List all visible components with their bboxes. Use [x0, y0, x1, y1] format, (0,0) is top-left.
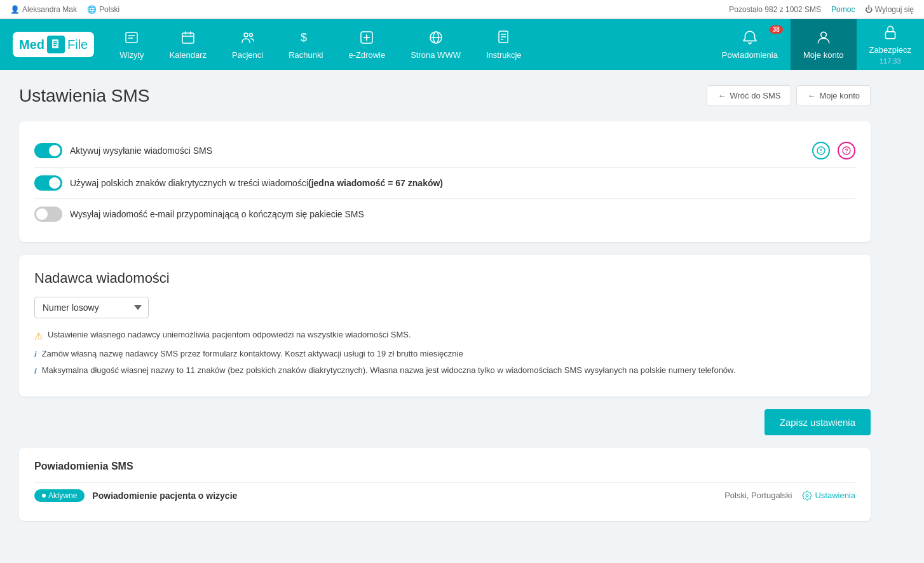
toggle-1-left: Aktywuj wysyłanie wiadomości SMS [34, 143, 212, 158]
back-arrow-icon2: ← [807, 91, 815, 100]
instrukcje-icon [496, 30, 512, 48]
toggle-row-1: Aktywuj wysyłanie wiadomości SMS ? [34, 137, 855, 165]
wizyty-icon [124, 30, 139, 48]
nav-strona-www[interactable]: Strona WWW [398, 19, 473, 70]
nav-ezdrowie[interactable]: e-Zdrowie [336, 19, 398, 70]
nav-moje-konto-label: Moje konto [803, 50, 844, 60]
active-badge: Aktywne [34, 489, 85, 502]
strona-www-icon [428, 30, 444, 48]
logo-file: File [67, 37, 88, 52]
svg-point-24 [820, 32, 826, 37]
nav-pacjenci-label: Pacjenci [232, 50, 263, 60]
save-row: Zapisz ustawienia [19, 409, 871, 435]
toggle-2-label-bold: (jedna wiadomość = 67 znaków) [308, 178, 443, 188]
user-icon: 👤 [10, 5, 20, 14]
nav-ezdrowie-label: e-Zdrowie [348, 50, 385, 60]
sender-title: Nadawca wiadomości [34, 270, 855, 287]
active-dot [42, 494, 46, 498]
toggle-1-icons: ? [812, 142, 855, 159]
nav-pacjenci[interactable]: Pacjenci [219, 19, 276, 70]
toggle-2-left: Używaj polskich znaków diakrytycznych w … [34, 175, 443, 191]
logo-med: Med [19, 37, 44, 52]
svg-point-12 [249, 33, 252, 36]
save-button[interactable]: Zapisz ustawienia [764, 409, 871, 435]
page-title: Ustawienia SMS [19, 86, 149, 106]
active-label: Aktywne [48, 491, 77, 500]
info-time-icon[interactable] [812, 142, 830, 159]
divider-1 [34, 167, 855, 168]
back-arrow-icon: ← [717, 91, 726, 100]
notification-right: Polski, Portugalski Ustawienia [724, 491, 855, 501]
toggle-2[interactable] [34, 175, 62, 191]
nav-strona-www-label: Strona WWW [411, 50, 461, 60]
help-icon[interactable]: ? [838, 142, 855, 159]
page-header: Ustawienia SMS ← Wróć do SMS ← Moje kont… [19, 85, 871, 106]
user-menu[interactable]: 👤 Aleksandra Mak [10, 5, 77, 14]
main-nav: Med File Wizyty Kalendarz [0, 19, 924, 70]
lock-icon [882, 24, 899, 43]
toggle-2-label-start: Używaj polskich znaków diakrytycznych w … [70, 178, 308, 188]
notification-badge: 38 [770, 25, 783, 34]
toggle-row-3: Wysyłaj wiadomość e-mail przypominającą … [34, 201, 855, 227]
notification-langs: Polski, Portugalski [724, 491, 792, 500]
nav-zabezpiecz-label: Zabezpiecz [869, 45, 911, 55]
nav-powiadomienia-label: Powiadomienia [722, 50, 778, 60]
toggle-1[interactable] [34, 143, 62, 158]
sms-remaining: Pozostało 982 z 1002 SMS [729, 5, 821, 14]
language-menu[interactable]: 🌐 Polski [87, 5, 119, 14]
main-content: Ustawienia SMS ← Wróć do SMS ← Moje kont… [0, 70, 890, 536]
toggles-card: Aktywuj wysyłanie wiadomości SMS ? Używa… [19, 121, 871, 242]
nav-kalendarz[interactable]: Kalendarz [157, 19, 220, 70]
sender-info2: i Maksymalna długość własnej nazwy to 11… [34, 364, 855, 377]
top-bar-right: Pozostało 982 z 1002 SMS Pomoc ⏻ Wyloguj… [729, 5, 914, 14]
svg-point-31 [806, 494, 808, 497]
nav-wizyty-label: Wizyty [119, 50, 144, 60]
nav-moje-konto[interactable]: Moje konto [791, 19, 857, 70]
nav-instrukcje[interactable]: Instrukcje [473, 19, 534, 70]
toggle-3-left: Wysyłaj wiadomość e-mail przypominającą … [34, 207, 364, 222]
logo-file-icon [47, 36, 65, 53]
nav-rachunki[interactable]: $ Rachunki [276, 19, 336, 70]
username: Aleksandra Mak [22, 5, 77, 14]
sms-notifications-title: Powiadomienia SMS [34, 461, 855, 472]
warning-icon: ⚠ [34, 329, 43, 344]
svg-rect-7 [182, 33, 194, 43]
divider-2 [34, 198, 855, 199]
settings-button[interactable]: Ustawienia [802, 491, 855, 501]
toggle-1-slider [34, 143, 62, 158]
language-label: Polski [99, 5, 119, 14]
globe-icon: 🌐 [87, 5, 97, 14]
back-account-button[interactable]: ← Moje konto [796, 85, 871, 106]
logo-box: Med File [13, 32, 94, 57]
nav-wizyty[interactable]: Wizyty [107, 19, 156, 70]
svg-rect-25 [885, 32, 895, 39]
sender-info1-text: Zamów własną nazwę nadawcy SMS przez for… [42, 348, 463, 360]
sms-notifications-section: Powiadomienia SMS Aktywne Powiadomienie … [19, 448, 871, 521]
help-link[interactable]: Pomoc [831, 5, 855, 14]
logo[interactable]: Med File [0, 19, 107, 70]
toggle-1-label: Aktywuj wysyłanie wiadomości SMS [70, 146, 212, 156]
nav-right: 38 Powiadomienia Moje konto Zabezpiecz 1… [709, 19, 924, 70]
svg-text:?: ? [845, 147, 848, 154]
user-nav-icon [815, 29, 832, 48]
info1-icon: i [34, 348, 37, 361]
top-bar-left: 👤 Aleksandra Mak 🌐 Polski [10, 5, 119, 14]
sender-dropdown[interactable]: Numer losowy Własna nazwa [34, 297, 149, 318]
page-actions: ← Wróć do SMS ← Moje konto [707, 85, 871, 106]
rachunki-icon: $ [298, 30, 313, 48]
nav-zabezpiecz[interactable]: Zabezpiecz 117:33 [857, 19, 924, 70]
logout-link[interactable]: ⏻ Wyloguj się [865, 5, 914, 14]
sms-notification-left: Aktywne Powiadomienie pacjenta o wizycie [34, 489, 237, 502]
back-sms-button[interactable]: ← Wróć do SMS [707, 85, 791, 106]
nav-items: Wizyty Kalendarz Pacjenci $ Rachunki e-Z… [107, 19, 709, 70]
toggle-row-2: Używaj polskich znaków diakrytycznych w … [34, 170, 855, 196]
notification-name: Powiadomienie pacjenta o wizycie [92, 491, 237, 501]
sender-warning: ⚠ Ustawienie własnego nadawcy uniemożliw… [34, 329, 855, 344]
nav-powiadomienia[interactable]: 38 Powiadomienia [709, 19, 791, 70]
bell-icon [742, 29, 758, 48]
zabezpiecz-time: 117:33 [880, 57, 901, 65]
sender-info1: i Zamów własną nazwę nadawcy SMS przez f… [34, 348, 855, 361]
toggle-3[interactable] [34, 207, 62, 222]
toggle-3-label: Wysyłaj wiadomość e-mail przypominającą … [70, 209, 364, 219]
sender-card: Nadawca wiadomości Numer losowy Własna n… [19, 255, 871, 397]
